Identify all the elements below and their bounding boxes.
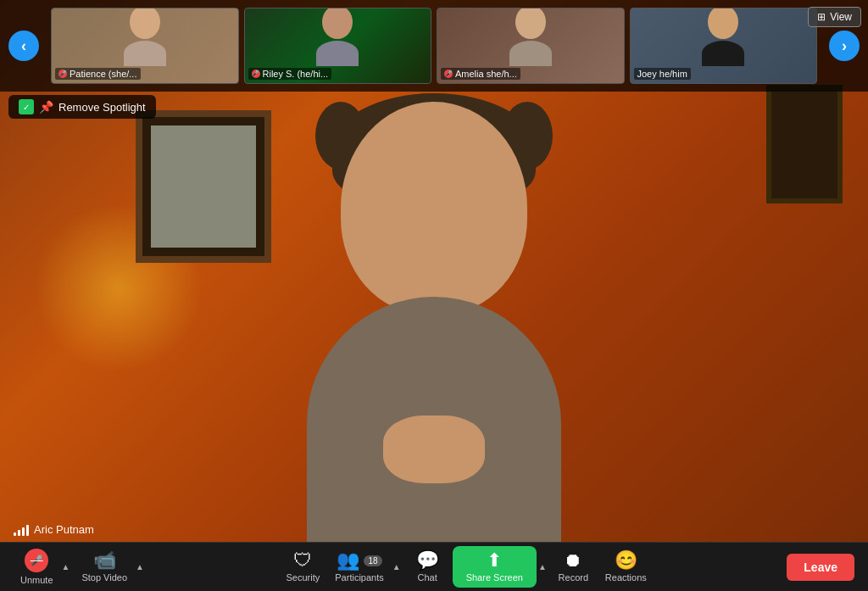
participant-thumbnail-4: Joey he/him xyxy=(630,8,818,84)
signal-strength-icon xyxy=(14,524,29,536)
speaker-name-text: Aric Putnam xyxy=(34,523,94,536)
participant-figure-1 xyxy=(124,8,166,66)
toolbar: 🎤 Unmute ▲ 📹 Stop Video ▲ 🛡 Security xyxy=(0,543,868,591)
next-participant-button[interactable]: › xyxy=(829,31,860,61)
speaker-hands xyxy=(383,415,485,483)
record-icon: ⏺ xyxy=(564,551,582,570)
stop-video-label: Stop Video xyxy=(81,572,127,583)
participant-figure-2 xyxy=(316,8,359,66)
participants-count-badge: 18 xyxy=(364,555,381,566)
record-button[interactable]: ⏺ Record xyxy=(550,548,597,586)
participant-name-3: Amelia she/h... xyxy=(455,69,517,79)
participant-label-4: Joey he/him xyxy=(634,68,691,80)
toolbar-center-group: 🛡 Security 👥 18 Participants ▲ 💬 Chat ⬆ xyxy=(146,546,787,588)
prev-participant-button[interactable]: ‹ xyxy=(8,31,39,61)
participant-thumbnail-2: 🎤 Riley S. (he/hi... xyxy=(244,8,432,84)
main-speaker-name: Aric Putnam xyxy=(14,523,94,536)
mute-icon: 🎤 xyxy=(25,549,48,572)
view-button[interactable]: ⊞ View xyxy=(808,7,861,27)
unmute-group: 🎤 Unmute ▲ xyxy=(14,545,71,588)
chat-label: Chat xyxy=(418,572,437,583)
participants-arrow-button[interactable]: ▲ xyxy=(391,562,403,571)
participant-thumbnail-3: 🎤 Amelia she/h... xyxy=(437,8,625,84)
toolbar-left-group: 🎤 Unmute ▲ 📹 Stop Video ▲ xyxy=(14,545,146,588)
mute-icon-2: 🎤 xyxy=(252,70,260,78)
thumbnail-bar: ‹ 🎤 Patience (she/... 🎤 Riley S. (he/hi.… xyxy=(0,0,868,92)
participant-thumbnail-1: 🎤 Patience (she/... xyxy=(51,8,239,84)
participant-label-1: 🎤 Patience (she/... xyxy=(55,68,141,80)
chat-icon: 💬 xyxy=(416,551,439,570)
speaker-head xyxy=(341,102,527,314)
share-screen-group: ⬆ Share Screen ▲ xyxy=(453,546,548,588)
unmute-arrow-button[interactable]: ▲ xyxy=(60,562,72,571)
leave-button[interactable]: Leave xyxy=(787,554,854,581)
security-icon: 🛡 xyxy=(293,551,312,570)
security-label: Security xyxy=(287,572,320,583)
participants-group: 👥 18 Participants ▲ xyxy=(328,548,402,586)
participant-figure-3 xyxy=(509,8,552,66)
main-speaker-figure xyxy=(137,51,731,543)
remove-spotlight-label: Remove Spotlight xyxy=(58,101,146,114)
toolbar-right-group: Leave xyxy=(787,554,854,581)
participant-name-2: Riley S. (he/hi... xyxy=(263,69,329,79)
stop-video-button[interactable]: 📹 Stop Video xyxy=(75,548,134,586)
security-button[interactable]: 🛡 Security xyxy=(280,548,327,586)
share-icon: ⬆ xyxy=(487,551,502,570)
view-label: View xyxy=(830,11,852,23)
reactions-icon: 😊 xyxy=(615,551,637,570)
unmute-label: Unmute xyxy=(20,575,53,585)
security-group: 🛡 Security xyxy=(280,548,327,586)
mute-icon-3: 🎤 xyxy=(444,70,453,78)
share-screen-button[interactable]: ⬆ Share Screen xyxy=(453,546,537,588)
share-screen-label: Share Screen xyxy=(466,572,523,583)
chat-button[interactable]: 💬 Chat xyxy=(404,548,451,586)
participant-name-1: Patience (she/... xyxy=(70,69,137,79)
mute-icon-1: 🎤 xyxy=(58,70,67,78)
reactions-button[interactable]: 😊 Reactions xyxy=(598,548,654,586)
participant-figure-4 xyxy=(702,8,744,66)
spotlight-shield-icon: ✓ xyxy=(19,99,34,114)
reactions-label: Reactions xyxy=(605,572,647,583)
participant-label-3: 🎤 Amelia she/h... xyxy=(441,68,520,80)
room-wall-art xyxy=(766,85,843,204)
record-label: Record xyxy=(559,572,588,583)
stop-video-group: 📹 Stop Video ▲ xyxy=(75,548,146,586)
participant-name-4: Joey he/him xyxy=(637,69,687,79)
unmute-button[interactable]: 🎤 Unmute xyxy=(14,545,60,588)
participant-label-2: 🎤 Riley S. (he/hi... xyxy=(248,68,332,80)
video-icon: 📹 xyxy=(93,551,116,570)
share-screen-arrow-button[interactable]: ▲ xyxy=(537,562,548,571)
pin-icon: 📌 xyxy=(39,100,53,114)
participants-button[interactable]: 👥 18 Participants xyxy=(328,548,390,586)
remove-spotlight-button[interactable]: ✓ 📌 Remove Spotlight xyxy=(8,95,156,119)
participants-icon: 👥 xyxy=(337,551,359,570)
participants-label: Participants xyxy=(335,572,383,583)
view-grid-icon: ⊞ xyxy=(817,11,826,23)
stop-video-arrow-button[interactable]: ▲ xyxy=(134,562,146,571)
